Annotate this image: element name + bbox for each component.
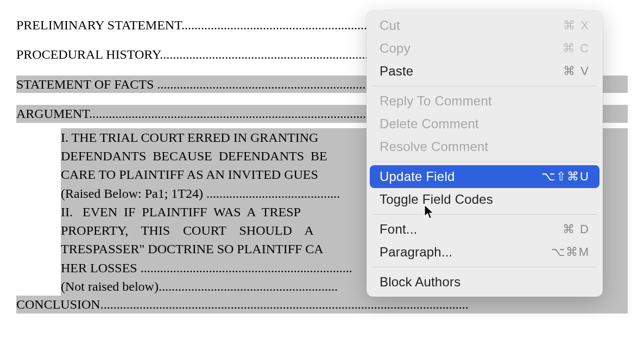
menu-label: Paste xyxy=(380,64,413,79)
toc-leader-dots: ........................................… xyxy=(100,297,469,311)
menu-item-copy: Copy ⌘ C xyxy=(370,37,599,60)
menu-separator xyxy=(372,86,597,86)
menu-label: Paragraph... xyxy=(380,245,452,260)
menu-item-block-authors[interactable]: Block Authors xyxy=(370,271,599,293)
menu-label: Copy xyxy=(380,41,411,56)
menu-label: Font... xyxy=(380,222,417,237)
menu-item-update-field[interactable]: Update Field ⌥⇧⌘U xyxy=(370,165,599,188)
menu-label: Update Field xyxy=(380,169,454,184)
menu-item-cut: Cut ⌘ X xyxy=(370,14,599,37)
menu-shortcut: ⌘ X xyxy=(563,18,590,33)
toc-label: ARGUMENT xyxy=(16,107,89,121)
menu-shortcut: ⌘ C xyxy=(563,41,590,55)
menu-item-toggle-field-codes[interactable]: Toggle Field Codes xyxy=(370,188,599,211)
toc-label: PROCEDURAL HISTORY xyxy=(16,47,160,61)
menu-item-delete-comment: Delete Comment xyxy=(370,112,599,135)
menu-label: Toggle Field Codes xyxy=(380,192,493,207)
menu-shortcut: ⌘ V xyxy=(563,64,590,78)
menu-item-paste[interactable]: Paste ⌘ V xyxy=(370,60,599,83)
menu-label: Block Authors xyxy=(380,274,460,290)
menu-label: Cut xyxy=(380,18,400,33)
menu-label: Reply To Comment xyxy=(380,93,492,109)
menu-shortcut: ⌥⌘M xyxy=(551,245,590,259)
menu-label: Resolve Comment xyxy=(380,139,488,154)
menu-shortcut: ⌘ D xyxy=(563,222,590,236)
toc-label: STATEMENT OF FACTS xyxy=(16,77,157,91)
menu-item-paragraph[interactable]: Paragraph... ⌥⌘M xyxy=(370,241,599,264)
toc-label: CONCLUSION xyxy=(16,297,100,311)
menu-separator xyxy=(372,214,597,215)
menu-label: Delete Comment xyxy=(380,116,479,132)
menu-item-reply-comment: Reply To Comment xyxy=(370,90,599,112)
menu-separator xyxy=(372,161,597,162)
toc-label: PRELIMINARY STATEMENT xyxy=(16,18,181,32)
menu-item-resolve-comment: Resolve Comment xyxy=(370,135,599,158)
menu-shortcut: ⌥⇧⌘U xyxy=(541,170,590,184)
menu-item-font[interactable]: Font... ⌘ D xyxy=(370,218,599,241)
menu-separator xyxy=(372,267,597,267)
context-menu[interactable]: Cut ⌘ X Copy ⌘ C Paste ⌘ V Reply To Comm… xyxy=(367,11,603,297)
toc-entry-conclusion: CONCLUSION..............................… xyxy=(16,296,628,313)
